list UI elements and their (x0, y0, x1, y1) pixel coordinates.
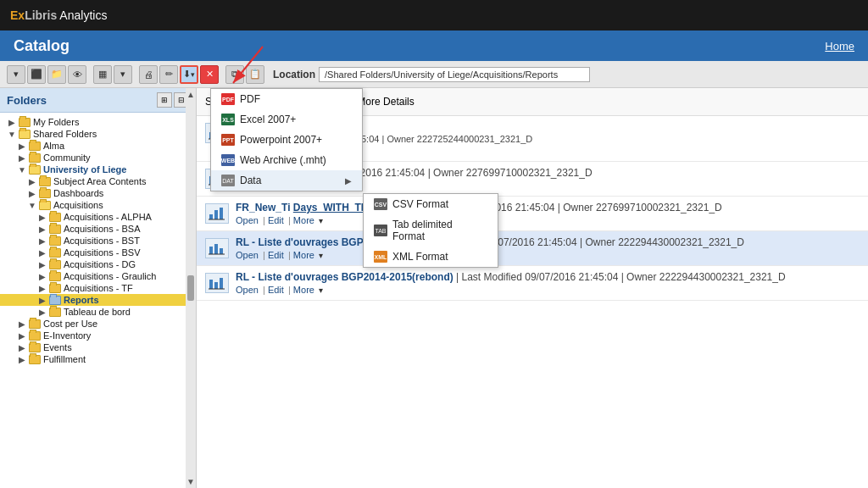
more-arrow-5: ▾ (319, 286, 323, 295)
page-header: Catalog Home (0, 30, 868, 61)
sidebar-item-label: Acquisitions - DG (64, 259, 136, 269)
report-more-link-3[interactable]: More (293, 215, 314, 225)
sidebar-item-label: Community (43, 152, 91, 163)
toolbar-btn-1[interactable]: ▾ (7, 65, 25, 84)
more-arrow-4: ▾ (319, 251, 323, 260)
folder-icon (49, 296, 61, 305)
sidebar-item-shared-folders[interactable]: ▼ Shared Folders (0, 128, 196, 140)
sidebar-item-dashboards[interactable]: ▶ Dashboards (0, 187, 196, 199)
report-edit-link-4[interactable]: Edit (268, 250, 284, 260)
sidebar-scrollbar[interactable]: ▲ ▼ (186, 88, 196, 488)
sidebar-item-label: University of Liege (43, 164, 126, 175)
report-open-link-3[interactable]: Open (236, 215, 259, 225)
report-open-link-5[interactable]: Open (236, 285, 259, 295)
sidebar-item-acq-dg[interactable]: ▶ Acquisitions - DG (0, 258, 196, 270)
expand-arrow: ▶ (37, 307, 47, 317)
toolbar-btn-export[interactable]: ⬇▾ (180, 65, 198, 84)
svg-rect-12 (209, 247, 213, 254)
toolbar-btn-7[interactable]: 🖨 (139, 65, 158, 84)
sidebar-item-cost-per-use[interactable]: ▶ Cost per Use (0, 318, 196, 330)
dropdown-item-excel[interactable]: XLS Excel 2007+ (211, 109, 362, 130)
report-more-link-5[interactable]: More (293, 285, 314, 295)
xml-icon: XML (374, 251, 387, 263)
report-more-link-4[interactable]: More (293, 250, 314, 260)
report-icon-3 (205, 203, 229, 224)
sidebar-title: Folders (7, 94, 47, 107)
subdropdown-item-xml[interactable]: XML XML Format (364, 247, 498, 267)
expand-arrow: ▶ (37, 295, 47, 305)
sidebar-item-fulfillment[interactable]: ▶ Fulfillment (0, 353, 196, 365)
toolbar-btn-3[interactable]: 📁 (47, 65, 66, 84)
report-title-link-5[interactable]: RL - Liste d'ouvrages BGP2014-2015(rebon… (236, 271, 453, 283)
toolbar-btn-4[interactable]: 👁 (68, 65, 86, 84)
dropdown-item-web[interactable]: WEB Web Archive (.mht) (211, 150, 362, 170)
report-title-link-3[interactable]: FR_New_Ti (236, 202, 290, 214)
sidebar-item-acq-bsv[interactable]: ▶ Acquisitions - BSV (0, 247, 196, 258)
report-details-4: RL - Liste d'ouvrages BGP2014-2015 | Las… (236, 236, 860, 260)
folder-icon (29, 331, 41, 341)
sidebar-item-label: Subject Area Contents (53, 176, 146, 186)
sidebar-item-community[interactable]: ▶ Community (0, 152, 196, 164)
svg-rect-10 (220, 208, 223, 219)
toolbar-btn-copy[interactable]: ⧉ (225, 65, 244, 84)
report-open-link-4[interactable]: Open (236, 250, 259, 260)
sidebar-item-label: Acquisitions - BSA (64, 224, 140, 234)
toolbar-btn-paste[interactable]: 📋 (246, 65, 264, 84)
sidebar-item-acq-alpha[interactable]: ▶ Acquisitions - ALPHA (0, 211, 196, 223)
report-edit-link-5[interactable]: Edit (268, 285, 284, 295)
dropdown-item-data[interactable]: DAT Data ▶ (211, 170, 362, 191)
sidebar-item-label: Acquisitions - BST (64, 236, 140, 246)
report-chart-icon-3 (208, 206, 226, 221)
home-link[interactable]: Home (825, 40, 854, 53)
subdropdown-item-csv[interactable]: CSV CSV Format (364, 194, 498, 214)
sidebar-item-acquisitions[interactable]: ▼ Acquisitions (0, 199, 196, 211)
scroll-thumb[interactable] (187, 275, 194, 301)
expand-arrow: ▶ (17, 354, 27, 364)
dropdown-label-pdf: PDF (240, 93, 260, 105)
toolbar-btn-close[interactable]: ✕ (200, 65, 219, 84)
format-subdropdown: CSV CSV Format TAB Tab delimited Format … (363, 193, 498, 268)
tab-icon: TAB (374, 225, 387, 236)
svg-rect-18 (220, 278, 223, 289)
sidebar-item-alma[interactable]: ▶ Alma (0, 140, 196, 152)
sidebar-item-e-inventory[interactable]: ▶ E-Inventory (0, 330, 196, 341)
sidebar-item-acq-bsa[interactable]: ▶ Acquisitions - BSA (0, 223, 196, 235)
sidebar-item-my-folders[interactable]: ▶ My Folders (0, 116, 196, 128)
sidebar-item-acq-tf[interactable]: ▶ Acquisitions - TF (0, 282, 196, 294)
folder-icon (49, 248, 61, 258)
svg-rect-9 (214, 210, 218, 219)
toolbar-btn-6[interactable]: ▾ (114, 65, 132, 84)
sidebar-item-label: My Folders (33, 117, 79, 127)
export-icon: ⬇ (183, 69, 191, 80)
logo-ex: Ex (10, 8, 25, 22)
sidebar-item-tableau[interactable]: ▶ Tableau de bord (0, 306, 196, 318)
logo-libris: Libris (25, 8, 57, 22)
toolbar-btn-8[interactable]: ✏ (159, 65, 178, 84)
folder-icon (49, 213, 61, 222)
expand-arrow: ▶ (37, 283, 47, 293)
sidebar-item-label: Alma (43, 141, 64, 151)
subdropdown-item-tab[interactable]: TAB Tab delimited Format (364, 214, 498, 247)
sidebar-item-label: Shared Folders (33, 129, 97, 139)
expand-arrow: ▶ (17, 342, 27, 352)
toolbar-btn-5[interactable]: ▦ (93, 65, 112, 84)
sidebar-item-acq-bst[interactable]: ▶ Acquisitions - BST (0, 235, 196, 247)
report-title-4: RL - Liste d'ouvrages BGP2014-2015 | Las… (236, 236, 860, 248)
sidebar-expand-btn[interactable]: ⊞ (157, 92, 172, 108)
expand-arrow: ▼ (27, 200, 37, 210)
dropdown-item-pdf[interactable]: PDF PDF (211, 89, 362, 109)
sidebar-item-events[interactable]: ▶ Events (0, 341, 196, 353)
sidebar-item-subject-area[interactable]: ▶ Subject Area Contents (0, 175, 196, 187)
sidebar-item-acq-graulich[interactable]: ▶ Acquisitions - Graulich (0, 270, 196, 282)
sidebar-item-label: Acquisitions - BSV (64, 247, 140, 258)
location-input[interactable] (319, 67, 590, 82)
expand-arrow: ▶ (17, 330, 27, 341)
scroll-down-arrow[interactable]: ▼ (186, 477, 195, 486)
toolbar-btn-2[interactable]: ⬛ (27, 65, 46, 84)
sidebar-item-reports[interactable]: ▶ Reports (0, 294, 196, 306)
svg-rect-8 (209, 214, 213, 219)
dropdown-item-ppt[interactable]: PPT Powerpoint 2007+ (211, 130, 362, 150)
report-edit-link-3[interactable]: Edit (268, 215, 284, 225)
sidebar-item-university[interactable]: ▼ University of Liege (0, 164, 196, 175)
scroll-up-arrow[interactable]: ▲ (186, 90, 195, 99)
